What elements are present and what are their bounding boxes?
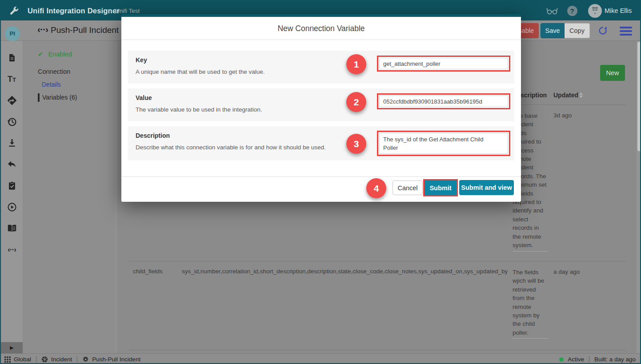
- submit-and-view-button[interactable]: Submit and view: [459, 180, 514, 195]
- annotation-step-2: 2: [346, 92, 366, 112]
- key-help-text: A unique name that will be used to get t…: [136, 68, 264, 75]
- modal-title: New Connection Variable: [121, 17, 521, 40]
- hamburger-menu-icon[interactable]: [620, 27, 632, 36]
- column-header-updated[interactable]: Updated: [553, 92, 578, 99]
- submit-button[interactable]: Submit: [425, 180, 457, 195]
- scope-link[interactable]: Global: [14, 356, 31, 363]
- sort-icon[interactable]: [579, 92, 583, 98]
- wrench-icon: [8, 1, 20, 20]
- help-icon: ?: [567, 6, 577, 16]
- code-icon[interactable]: ‹··›: [7, 244, 17, 255]
- key-label: Key: [136, 56, 147, 64]
- reply-icon[interactable]: [7, 159, 17, 170]
- grid-icon: [4, 356, 11, 363]
- scrollbar-thumb[interactable]: [637, 42, 641, 151]
- table-row-updated: 3d ago: [553, 112, 572, 119]
- key-input[interactable]: get_attachment_poller: [379, 58, 508, 69]
- document-icon[interactable]: [7, 52, 17, 63]
- enabled-label: Enabled: [48, 51, 72, 58]
- avatar-face-icon: [588, 4, 602, 18]
- play-icon[interactable]: [7, 202, 17, 212]
- active-status-icon: [559, 357, 564, 362]
- save-button[interactable]: Save: [541, 23, 565, 38]
- separator: [77, 356, 77, 362]
- table-row-divider: [129, 261, 626, 261]
- value-help-text: The variable value to be used in the int…: [136, 106, 262, 113]
- variable-value-link[interactable]: sys_id,number,correlation_id,short_descr…: [182, 268, 508, 275]
- value-label: Value: [136, 94, 152, 101]
- documentation-icon[interactable]: [7, 223, 17, 234]
- active-label: Active: [568, 356, 584, 363]
- gear-icon: [82, 356, 89, 363]
- sidebar-collapse-toggle[interactable]: ▶: [1, 342, 23, 353]
- app-window: Unifi Integration Designer Unifi Test ? …: [0, 0, 641, 364]
- table-row-updated: a day ago: [553, 268, 580, 275]
- modal-footer-divider: [121, 176, 521, 177]
- integration-icon: ‹··›: [37, 24, 48, 35]
- breadcrumb: Global Incident Push-Pull Incident: [4, 356, 140, 363]
- application-link[interactable]: Incident: [51, 356, 72, 363]
- download-icon[interactable]: [7, 138, 17, 148]
- submit-button-annotation: Submit: [423, 179, 458, 196]
- build-status: Active Built: a day ago: [559, 356, 636, 363]
- tasks-icon[interactable]: [7, 180, 17, 191]
- annotation-step-3: 3: [346, 134, 366, 154]
- new-variable-button[interactable]: New: [600, 65, 625, 81]
- typography-icon[interactable]: TT: [7, 74, 17, 84]
- table-row-description: The fields wjich will be retrieved from …: [513, 268, 548, 339]
- application-icon: [41, 356, 48, 363]
- key-input-annotation: get_attachment_poller: [377, 56, 510, 72]
- table-row-divider: [129, 350, 626, 350]
- history-icon[interactable]: [7, 116, 17, 127]
- value-input[interactable]: 052ccfdbdbf930901831aab35b96195d: [379, 96, 508, 107]
- save-copy-group: Save Copy: [541, 23, 590, 38]
- description-label: Description: [136, 132, 170, 139]
- annotation-step-1: 1: [346, 54, 366, 74]
- separator: [36, 356, 36, 362]
- refresh-icon[interactable]: [597, 25, 608, 36]
- nav-item-variables[interactable]: Variables (6): [38, 93, 77, 102]
- enabled-status[interactable]: ✔Enabled: [38, 51, 72, 58]
- integration-link[interactable]: Push-Pull Incident: [92, 356, 140, 363]
- copy-button[interactable]: Copy: [565, 23, 590, 38]
- built-label: Built: a day ago: [594, 356, 636, 363]
- app-title: Unifi Integration Designer: [28, 1, 120, 20]
- variable-key-link[interactable]: child_fields: [133, 268, 163, 275]
- nav-panel: ✔Enabled Connection Details Variables (6…: [23, 41, 116, 353]
- annotation-step-4: 4: [366, 178, 386, 198]
- user-name[interactable]: Mike Ellis: [605, 1, 632, 20]
- caret-right-icon: ▶: [10, 345, 13, 350]
- description-input[interactable]: The sys_id of the Get Attachment Child P…: [379, 133, 508, 154]
- check-icon: ✔: [38, 51, 43, 58]
- status-bar: Global Incident Push-Pull Incident Activ…: [1, 353, 640, 364]
- page-title: Push-Pull Incident ~: [51, 25, 126, 35]
- user-avatar[interactable]: [588, 1, 602, 20]
- description-help-text: Describe what this connection variable i…: [136, 144, 326, 151]
- icon-sidebar: TT‹··›: [1, 41, 23, 353]
- nav-item-details[interactable]: Details: [42, 81, 61, 88]
- help-button[interactable]: ?: [566, 1, 578, 20]
- cancel-button[interactable]: Cancel: [393, 180, 423, 195]
- record-avatar: PI: [5, 26, 20, 41]
- description-input-annotation: The sys_id of the Get Attachment Child P…: [377, 131, 510, 156]
- nav-section-connection: Connection: [38, 68, 70, 75]
- glasses-icon[interactable]: [545, 1, 559, 20]
- directions-icon[interactable]: [7, 95, 17, 106]
- value-input-annotation: 052ccfdbdbf930901831aab35b96195d: [377, 93, 510, 109]
- new-connection-variable-modal: New Connection Variable Key A unique nam…: [121, 14, 521, 202]
- separator: [589, 356, 589, 362]
